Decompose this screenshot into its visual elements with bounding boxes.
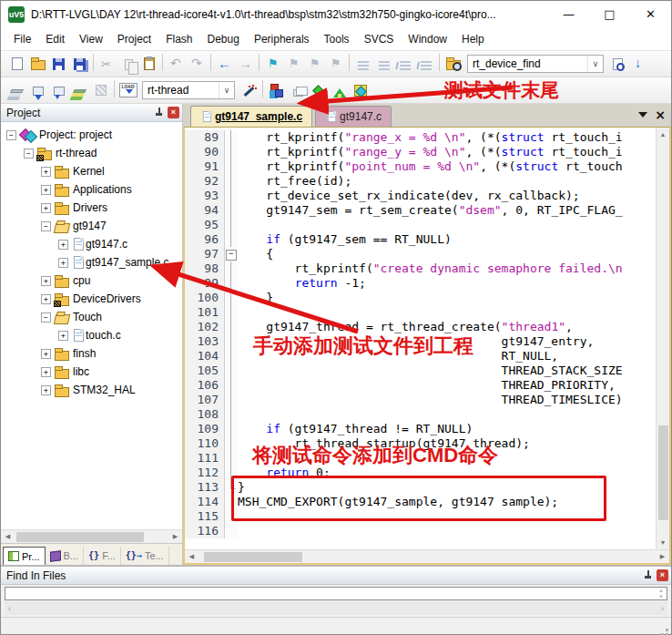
- undo-button[interactable]: [166, 54, 187, 75]
- tree-item-touch-c[interactable]: +touch.c: [1, 326, 182, 344]
- menu-tools[interactable]: Tools: [317, 30, 357, 48]
- code-text[interactable]: THREAD_TIMESLICE): [238, 393, 623, 407]
- incremental-find-button[interactable]: [628, 54, 649, 75]
- tree-item-kernel[interactable]: +Kernel: [1, 162, 182, 180]
- code-line-111[interactable]: 111: [185, 451, 656, 466]
- panel-tab-pr[interactable]: Pr...: [3, 547, 46, 565]
- code-text[interactable]: THREAD_PRIORITY,: [238, 378, 616, 393]
- expand-icon[interactable]: +: [41, 203, 51, 213]
- scroll-up-icon[interactable]: ▲: [660, 128, 667, 141]
- chevron-down-icon[interactable]: ∨: [587, 56, 603, 72]
- indent-button[interactable]: [352, 54, 373, 75]
- manage-layers-button[interactable]: [287, 80, 308, 101]
- menu-debug[interactable]: Debug: [200, 30, 247, 48]
- tree-item-gt9147-c[interactable]: +gt9147.c: [1, 235, 182, 253]
- code-line-105[interactable]: 105 THREAD_STACK_SIZE: [185, 364, 656, 378]
- project-tree-hscrollbar[interactable]: ◀ ▶: [1, 529, 182, 543]
- menu-file[interactable]: File: [6, 30, 38, 48]
- scroll-right-icon[interactable]: ›: [661, 604, 664, 613]
- code-line-101[interactable]: 101: [185, 305, 656, 320]
- code-line-106[interactable]: 106 THREAD_PRIORITY,: [185, 378, 656, 393]
- search-combobox[interactable]: rt_device_find ∨: [467, 55, 604, 73]
- editor-hscrollbar[interactable]: ◀ ▶: [185, 549, 669, 563]
- collapse-icon[interactable]: −: [24, 149, 34, 159]
- nav-back-button[interactable]: [214, 54, 235, 75]
- code-text[interactable]: rt_kprintf("point_num = %d \n", (*(struc…: [238, 159, 623, 174]
- code-line-93[interactable]: 93 rt_device_set_rx_indicate(dev, rx_cal…: [185, 189, 656, 203]
- scroll-left-icon[interactable]: ◀: [1, 533, 15, 540]
- panel-tab-f[interactable]: {}F...: [84, 547, 121, 565]
- nav-forward-button[interactable]: [235, 54, 256, 75]
- expand-icon[interactable]: +: [41, 185, 51, 195]
- mini-scroll-icons[interactable]: ▲▼: [657, 588, 666, 600]
- code-line-113[interactable]: 113}: [185, 480, 656, 495]
- outdent-button[interactable]: [373, 54, 394, 75]
- code-area[interactable]: 89 rt_kprintf("range_x = %d \n", (*(stru…: [185, 128, 669, 549]
- expand-icon[interactable]: +: [58, 258, 68, 268]
- paste-button[interactable]: [138, 54, 159, 75]
- chevron-down-icon[interactable]: ∨: [219, 82, 234, 98]
- expand-icon[interactable]: +: [41, 349, 51, 359]
- code-lines[interactable]: 89 rt_kprintf("range_x = %d \n", (*(stru…: [185, 128, 656, 549]
- collapse-icon[interactable]: −: [41, 221, 51, 231]
- code-text[interactable]: RT_NULL,: [238, 349, 558, 364]
- code-line-92[interactable]: 92 rt_free(id);: [185, 174, 656, 189]
- code-text[interactable]: return 0;: [238, 466, 331, 480]
- stop-build-button[interactable]: [90, 80, 111, 101]
- pin-icon[interactable]: [643, 570, 653, 581]
- manage-books-button[interactable]: [350, 80, 371, 101]
- code-line-91[interactable]: 91 rt_kprintf("point_num = %d \n", (*(st…: [185, 159, 656, 174]
- code-text[interactable]: gt9147_entry,: [238, 334, 594, 349]
- code-text[interactable]: THREAD_STACK_SIZE: [238, 364, 623, 378]
- code-line-109[interactable]: 109 if (gt9147_thread != RT_NULL): [185, 422, 656, 436]
- code-text[interactable]: rt_kprintf("create dynamic semaphore fai…: [238, 261, 623, 276]
- save-button[interactable]: [48, 54, 69, 75]
- expand-icon[interactable]: +: [41, 294, 51, 304]
- batch-build-button[interactable]: [69, 80, 90, 101]
- panel-tab-te[interactable]: {}→Te...: [121, 547, 169, 565]
- open-file-button[interactable]: [27, 54, 48, 75]
- code-text[interactable]: MSH_CMD_EXPORT(gt9147_sample, gt9147 sam…: [238, 495, 558, 509]
- close-button[interactable]: ✕: [630, 1, 671, 28]
- code-text[interactable]: gt9147_sem = rt_sem_create("dsem", 0, RT…: [238, 203, 623, 218]
- code-line-99[interactable]: 99 return -1;: [185, 276, 656, 291]
- translate-button[interactable]: [6, 80, 27, 101]
- code-text[interactable]: if (gt9147_thread != RT_NULL): [238, 422, 473, 436]
- expand-icon[interactable]: +: [41, 167, 51, 177]
- expand-icon[interactable]: +: [41, 385, 51, 395]
- bookmark-button[interactable]: [262, 54, 283, 75]
- expand-icon[interactable]: +: [58, 240, 68, 250]
- find-panel-hscrollbar[interactable]: ‹ ›: [5, 601, 667, 615]
- code-line-97[interactable]: 97 {: [185, 247, 656, 261]
- download-button[interactable]: LOAD: [117, 80, 138, 101]
- code-line-98[interactable]: 98 rt_kprintf("create dynamic semaphore …: [185, 261, 656, 276]
- close-panel-icon[interactable]: ×: [168, 107, 179, 118]
- save-all-button[interactable]: [69, 54, 90, 75]
- tree-item-finsh[interactable]: +finsh: [1, 344, 182, 363]
- manage-items-button[interactable]: [266, 80, 287, 101]
- bookmark-next-button[interactable]: [304, 54, 325, 75]
- code-text[interactable]: rt_device_set_rx_indicate(dev, rx_callba…: [238, 189, 580, 203]
- code-text[interactable]: }: [238, 291, 273, 305]
- copy-button[interactable]: [117, 54, 138, 75]
- code-line-107[interactable]: 107 THREAD_TIMESLICE): [185, 393, 656, 407]
- scroll-right-icon[interactable]: ▶: [656, 553, 669, 560]
- scrollbar-thumb[interactable]: [204, 552, 302, 562]
- code-line-110[interactable]: 110 rt_thread_startup(gt9147_thread);: [185, 436, 656, 451]
- code-text[interactable]: gt9147_thread = rt_thread_create("thread…: [238, 320, 573, 334]
- cut-button[interactable]: [97, 54, 117, 75]
- close-file-icon[interactable]: ×: [655, 106, 666, 124]
- tree-item-gt9147[interactable]: −gt9147: [1, 217, 182, 235]
- search-combobox-value[interactable]: rt_device_find: [468, 57, 587, 70]
- uncomment-button[interactable]: [415, 54, 436, 75]
- menu-window[interactable]: Window: [401, 30, 454, 48]
- scroll-down-icon[interactable]: ▼: [660, 536, 667, 549]
- code-text[interactable]: {: [238, 247, 273, 261]
- pack-installer-button[interactable]: [329, 80, 350, 101]
- bookmark-clear-button[interactable]: [325, 54, 346, 75]
- code-line-104[interactable]: 104 RT_NULL,: [185, 349, 656, 364]
- tree-item-stm32-hal[interactable]: +STM32_HAL: [1, 381, 182, 399]
- fold-collapse-icon[interactable]: [225, 247, 238, 261]
- tree-item-rt-thread[interactable]: −rt-thread: [1, 144, 182, 162]
- rebuild-button[interactable]: [48, 80, 69, 101]
